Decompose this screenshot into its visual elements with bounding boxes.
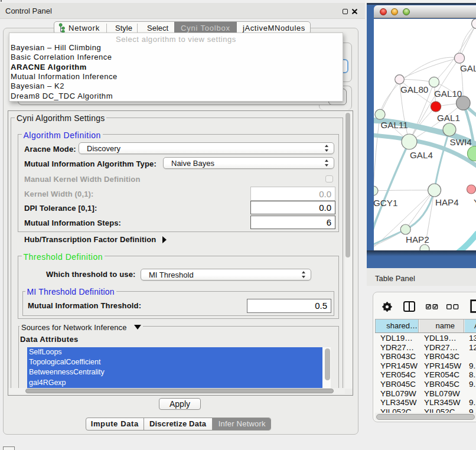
svg-text:GAL7: GAL7	[460, 63, 476, 73]
svg-text:GAL10: GAL10	[434, 89, 462, 99]
svg-text:GAL4: GAL4	[410, 150, 433, 160]
svg-text:HAP2: HAP2	[406, 234, 429, 244]
svg-text:SWI4: SWI4	[450, 137, 472, 147]
svg-text:GCY1: GCY1	[374, 198, 397, 208]
svg-text:GAL80: GAL80	[400, 84, 428, 94]
svg-text:HAP4: HAP4	[435, 197, 459, 207]
svg-text:YE: YE	[474, 197, 476, 207]
svg-text:GAL1: GAL1	[437, 113, 460, 123]
svg-text:GAL11: GAL11	[381, 120, 408, 130]
